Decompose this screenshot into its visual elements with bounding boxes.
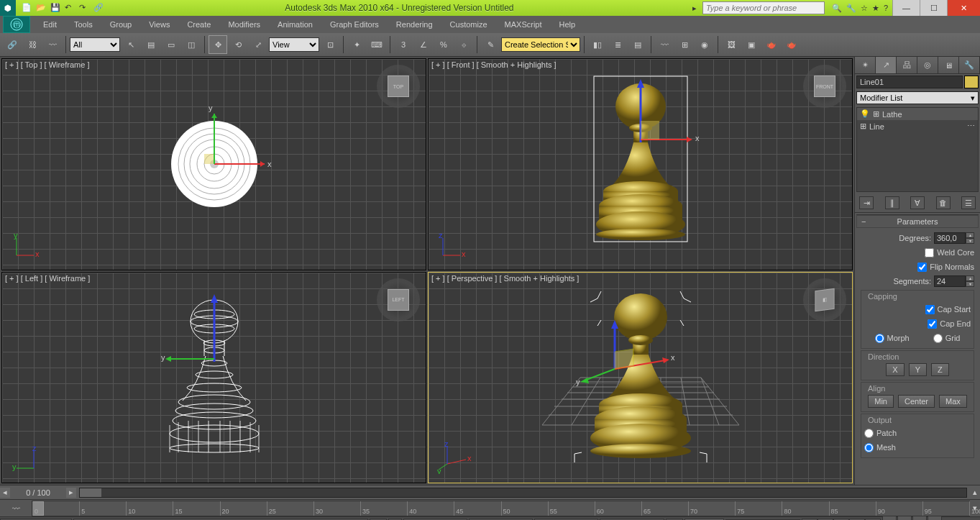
- tab-display-icon[interactable]: 🖥: [938, 57, 959, 73]
- dir-z-button[interactable]: Z: [931, 363, 949, 376]
- align-icon[interactable]: ≣: [608, 35, 627, 54]
- pivot-icon[interactable]: ⊡: [321, 35, 339, 54]
- binoculars-icon[interactable]: 🔍: [832, 4, 842, 13]
- remove-mod-icon[interactable]: 🗑: [936, 196, 951, 209]
- keyboard-icon[interactable]: ⌨: [367, 35, 386, 54]
- open-icon[interactable]: 📂: [36, 3, 46, 13]
- render-setup-icon[interactable]: 🖼: [722, 35, 741, 54]
- cap-end-checkbox[interactable]: [928, 319, 937, 329]
- align-center-button[interactable]: Center: [898, 395, 935, 408]
- help-search-input[interactable]: [702, 1, 825, 14]
- object-color-swatch[interactable]: [964, 76, 979, 88]
- weld-core-checkbox[interactable]: [925, 248, 934, 257]
- angle-snap-icon[interactable]: ∠: [414, 35, 433, 54]
- object-name-input[interactable]: [856, 76, 963, 88]
- menu-create[interactable]: Create: [178, 17, 219, 32]
- stack-item-line[interactable]: ⊞Line⋯: [857, 120, 978, 132]
- menu-group[interactable]: Group: [101, 17, 141, 32]
- snap-icon[interactable]: 3: [394, 35, 413, 54]
- percent-snap-icon[interactable]: %: [434, 35, 453, 54]
- grid-radio[interactable]: [933, 334, 943, 343]
- bind-icon[interactable]: 〰: [43, 35, 62, 54]
- mini-curve-icon[interactable]: 〰: [12, 504, 20, 513]
- viewport-top[interactable]: [ + ] [ Top ] [ Wireframe ] TOP xy xy: [1, 58, 426, 270]
- menu-rendering[interactable]: Rendering: [388, 17, 441, 32]
- modifier-list-dropdown[interactable]: Modifier List▾: [856, 91, 979, 104]
- toggle-arrow-icon[interactable]: ▸: [690, 4, 700, 13]
- dir-x-button[interactable]: X: [886, 363, 904, 376]
- menu-help[interactable]: Help: [551, 17, 585, 32]
- align-max-button[interactable]: Max: [939, 395, 967, 408]
- tab-hierarchy-icon[interactable]: 品: [897, 57, 917, 73]
- menu-views[interactable]: Views: [140, 17, 178, 32]
- cap-start-checkbox[interactable]: [925, 305, 935, 314]
- ref-coord-dropdown[interactable]: View: [269, 37, 319, 52]
- mesh-radio[interactable]: [864, 443, 874, 452]
- layers-icon[interactable]: ▤: [628, 35, 647, 54]
- viewport-perspective[interactable]: [ + ] [ Perspective ] [ Smooth + Highlig…: [428, 272, 853, 484]
- viewport-front[interactable]: [ + ] [ Front ] [ Smooth + Highlights ] …: [428, 58, 853, 270]
- scroll-left-icon[interactable]: ◂: [0, 488, 10, 498]
- stack-item-lathe[interactable]: 💡⊞Lathe: [857, 108, 978, 120]
- rollout-header[interactable]: −Parameters: [856, 215, 979, 228]
- configure-icon[interactable]: ☰: [961, 196, 976, 209]
- named-selection-dropdown[interactable]: Create Selection Se: [501, 37, 580, 52]
- mirror-icon[interactable]: ▮▯: [588, 35, 607, 54]
- select-rect-icon[interactable]: ▭: [162, 35, 180, 54]
- menu-graph-editors[interactable]: Graph Editors: [321, 17, 388, 32]
- app-logo-icon[interactable]: ⬢: [0, 0, 16, 16]
- menu-animation[interactable]: Animation: [269, 17, 321, 32]
- select-object-icon[interactable]: ↖: [122, 35, 140, 54]
- tab-utilities-icon[interactable]: 🔧: [959, 57, 980, 73]
- tab-motion-icon[interactable]: ◎: [917, 57, 938, 73]
- time-ruler[interactable]: 0510152025303540455055606570758085909510…: [32, 501, 970, 516]
- spinner-snap-icon[interactable]: ⟐: [454, 35, 473, 54]
- select-window-icon[interactable]: ◫: [182, 35, 201, 54]
- menu-modifiers[interactable]: Modifiers: [219, 17, 269, 32]
- curve-editor-icon[interactable]: 〰: [655, 35, 674, 54]
- edit-named-icon[interactable]: ✎: [481, 35, 500, 54]
- tab-create-icon[interactable]: ✴: [855, 57, 876, 73]
- patch-radio[interactable]: [864, 429, 874, 438]
- close-button[interactable]: ✕: [947, 0, 980, 16]
- new-icon[interactable]: 📄: [22, 3, 32, 13]
- star-icon[interactable]: ☆: [861, 4, 868, 13]
- render-icon[interactable]: 🫖: [762, 35, 781, 54]
- segments-input[interactable]: [934, 275, 966, 287]
- save-icon[interactable]: 💾: [50, 3, 60, 13]
- favorite-icon[interactable]: ★: [872, 4, 879, 13]
- minimize-button[interactable]: —: [892, 0, 920, 16]
- make-unique-icon[interactable]: ∀: [910, 196, 925, 209]
- modifier-stack[interactable]: 💡⊞Lathe ⊞Line⋯: [856, 107, 979, 192]
- dir-y-button[interactable]: Y: [909, 363, 927, 376]
- help-search[interactable]: [702, 1, 825, 14]
- schematic-icon[interactable]: ⊞: [675, 35, 694, 54]
- help-icon[interactable]: ?: [884, 4, 888, 13]
- spinner-icon[interactable]: ▴▾: [966, 275, 974, 287]
- tab-modify-icon[interactable]: ↗: [876, 57, 897, 73]
- select-link-icon[interactable]: 🔗: [3, 35, 22, 54]
- menu-maxscript[interactable]: MAXScript: [496, 17, 551, 32]
- maximize-button[interactable]: ☐: [920, 0, 947, 16]
- quick-render-icon[interactable]: 🫖: [782, 35, 801, 54]
- degrees-input[interactable]: [934, 232, 966, 244]
- viewport-left[interactable]: [ + ] [ Left ] [ Wireframe ] LEFT: [1, 272, 426, 484]
- flip-normals-checkbox[interactable]: [917, 263, 927, 272]
- menu-customize[interactable]: Customize: [441, 17, 496, 32]
- selection-filter-dropdown[interactable]: All: [70, 37, 120, 52]
- material-icon[interactable]: ◉: [695, 35, 714, 54]
- rendered-frame-icon[interactable]: ▣: [742, 35, 761, 54]
- menu-tools[interactable]: Tools: [65, 17, 101, 32]
- redo-icon[interactable]: ↷: [79, 3, 89, 13]
- morph-radio[interactable]: [875, 334, 884, 343]
- manipulate-icon[interactable]: ✦: [347, 35, 366, 54]
- link-icon[interactable]: 🔗: [93, 3, 104, 13]
- menu-edit[interactable]: Edit: [35, 17, 65, 32]
- rotate-icon[interactable]: ⟲: [229, 35, 247, 54]
- scale-icon[interactable]: ⤢: [249, 35, 267, 54]
- scroll-right-icon[interactable]: ▸: [66, 488, 76, 498]
- panel-scroll-up-icon[interactable]: ▴: [970, 488, 980, 497]
- align-min-button[interactable]: Min: [868, 395, 894, 408]
- time-slider[interactable]: [79, 488, 967, 498]
- undo-icon[interactable]: ↶: [65, 3, 75, 13]
